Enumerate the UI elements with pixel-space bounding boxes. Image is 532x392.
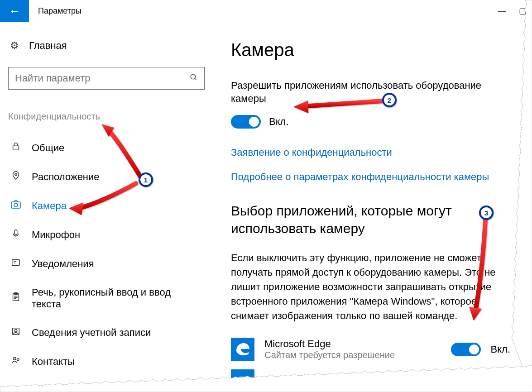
sidebar-item-label: Сведения учетной записи [32, 327, 151, 339]
app-toggle-store[interactable] [451, 374, 481, 388]
back-arrow-icon: ← [9, 4, 20, 18]
toggle-knob [249, 117, 259, 127]
privacy-statement-link[interactable]: Заявление о конфиденциальности [231, 147, 510, 158]
sidebar-item-label: Расположение [32, 171, 100, 183]
sidebar-item-general[interactable]: Общие [8, 134, 205, 163]
app-info: Microsoft Edge Сайтам требуется разрешен… [264, 338, 441, 360]
sidebar-item-speech[interactable]: Речь, рукописный ввод и ввод текста [8, 278, 205, 318]
svg-point-3 [15, 173, 17, 176]
camera-icon [10, 200, 22, 212]
section-label: Конфиденциальность [8, 111, 205, 122]
account-icon [10, 326, 22, 339]
clipboard-icon [10, 292, 22, 305]
choose-apps-description: Если выключить эту функцию, приложение н… [231, 251, 510, 323]
main-panel: Камера Разрешить приложениям использоват… [213, 22, 532, 392]
window-controls: — ▢ [498, 0, 527, 22]
toggle-state-label: Вкл. [269, 116, 289, 128]
sidebar-item-label: Уведомления [32, 258, 94, 270]
window-title: Параметры [38, 6, 81, 16]
sidebar-item-label: Речь, рукописный ввод и ввод текста [32, 287, 203, 310]
toggle-state-label: Вкл. [491, 344, 511, 355]
sidebar-item-label: Контакты [32, 356, 75, 368]
sidebar-item-label: Камера [32, 200, 67, 212]
sidebar-item-account[interactable]: Сведения учетной записи [8, 318, 205, 347]
choose-apps-heading: Выбор приложений, которые могут использо… [231, 202, 510, 237]
svg-rect-4 [11, 202, 20, 208]
search-input[interactable] [15, 72, 190, 84]
sidebar-item-location[interactable]: Расположение [8, 163, 205, 191]
home-link[interactable]: ⚙ Главная [8, 38, 205, 53]
app-name: Microsoft Store [264, 375, 441, 387]
sidebar-item-label: Микрофон [32, 229, 80, 241]
sidebar-item-contacts[interactable]: Контакты [8, 347, 205, 376]
lock-icon [10, 142, 22, 154]
svg-rect-17 [240, 384, 242, 386]
notifications-icon [10, 258, 22, 270]
app-toggle-edge[interactable] [451, 343, 481, 356]
microphone-icon [10, 229, 22, 241]
privacy-info-link[interactable]: Подробнее о параметрах конфиденциальност… [231, 171, 510, 183]
minimize-button[interactable]: — [498, 6, 506, 16]
search-icon [190, 73, 198, 84]
app-subtitle: Сайтам требуется разрешение [264, 350, 441, 360]
sidebar-item-camera[interactable]: Камера [8, 191, 205, 220]
gear-icon: ⚙ [10, 40, 19, 52]
toggle-knob [469, 376, 479, 386]
store-icon [231, 369, 254, 392]
edge-icon [231, 338, 254, 361]
home-label: Главная [29, 40, 67, 52]
camera-master-toggle[interactable] [231, 115, 261, 129]
svg-rect-18 [243, 384, 245, 386]
svg-point-12 [14, 358, 16, 360]
svg-point-0 [191, 74, 196, 79]
svg-point-13 [17, 359, 19, 360]
sidebar-item-notifications[interactable]: Уведомления [8, 249, 205, 278]
svg-point-5 [14, 203, 18, 207]
search-box[interactable] [8, 67, 205, 90]
sidebar: ⚙ Главная Конфиденциальность Общие Распо… [0, 22, 213, 392]
allow-apps-text: Разрешить приложениям использовать обору… [231, 79, 510, 105]
app-row-store: Microsoft Store Вкл. [231, 369, 510, 392]
restore-button[interactable]: ▢ [519, 6, 527, 16]
toggle-knob [469, 344, 479, 354]
contacts-icon [10, 355, 22, 368]
svg-point-11 [14, 329, 17, 332]
sidebar-item-microphone[interactable]: Микрофон [8, 220, 205, 249]
svg-rect-15 [240, 381, 242, 383]
svg-rect-7 [12, 260, 20, 266]
location-icon [10, 171, 22, 183]
svg-rect-2 [13, 146, 19, 150]
page-title: Камера [231, 40, 510, 60]
toggle-state-label: Вкл. [491, 375, 511, 387]
app-info: Microsoft Store [264, 375, 441, 387]
title-bar: ← Параметры — ▢ [0, 0, 532, 22]
svg-line-1 [195, 78, 197, 80]
camera-master-toggle-row: Вкл. [231, 115, 510, 129]
app-row-edge: Microsoft Edge Сайтам требуется разрешен… [231, 338, 510, 361]
svg-rect-16 [243, 381, 245, 383]
sidebar-item-label: Общие [32, 142, 64, 154]
back-button[interactable]: ← [0, 0, 29, 22]
svg-rect-6 [14, 230, 17, 235]
svg-rect-14 [237, 379, 249, 387]
app-name: Microsoft Edge [264, 338, 441, 350]
